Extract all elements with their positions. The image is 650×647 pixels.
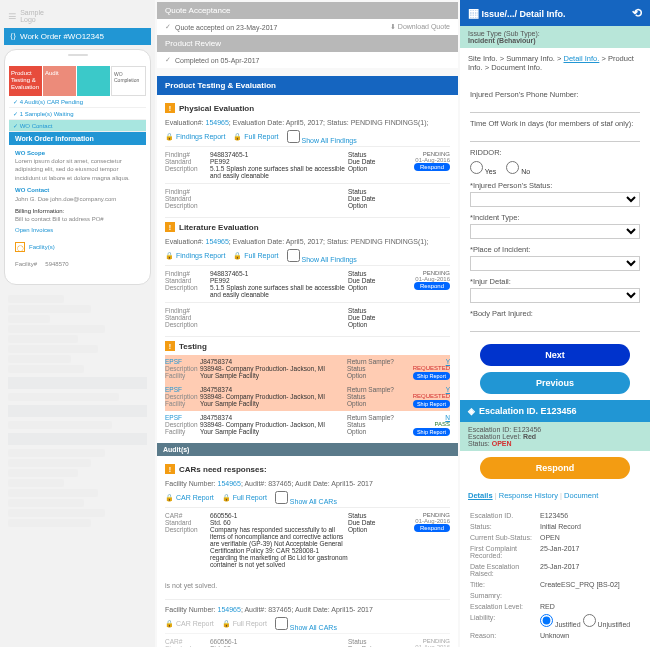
facility-row[interactable]: ◯ Facility(s) xyxy=(9,238,146,256)
injur-label: *Injur Detail: xyxy=(470,277,640,286)
inctype-label: *Incident Type: xyxy=(470,213,640,222)
riddor-no[interactable]: No xyxy=(506,161,530,175)
check-icon: ✓ xyxy=(165,56,171,64)
status-audit[interactable]: ✓ 4 Audit(s) CAR Pending xyxy=(9,96,146,108)
body-label: *Body Part Injured: xyxy=(470,309,640,318)
place-select[interactable] xyxy=(470,256,640,271)
not-solved-text: is not yet solved. xyxy=(165,572,450,599)
pte-header: Product Testing & Evaluation xyxy=(157,76,458,95)
status-sample[interactable]: ✓ 1 Sample(s) Waiting xyxy=(9,108,146,120)
respond-button[interactable]: Respond xyxy=(480,457,630,479)
audit-header: Audit(s) xyxy=(157,443,458,456)
warn-icon: ! xyxy=(165,464,175,474)
show-all-cars[interactable]: Show All CARs xyxy=(275,617,337,631)
billing-text: Bill to contact Bill to address PO# xyxy=(15,215,140,223)
warn-icon: ! xyxy=(165,222,175,232)
wo-contact-label: WO Contact xyxy=(15,186,140,194)
tab-completion[interactable]: WO Completion xyxy=(111,66,146,96)
ipstatus-label: *Injured Person's Status: xyxy=(470,181,640,190)
full-report-link[interactable]: 🔒 Full Report xyxy=(233,133,278,141)
back-icon[interactable]: ⟨⟩ xyxy=(10,32,16,41)
tab-testing[interactable]: Product Testing & Evaluation xyxy=(9,66,42,96)
findings-report-link[interactable]: 🔒 Findings Report xyxy=(165,133,225,141)
detail-tabs[interactable]: Details | Response History | Document xyxy=(460,485,650,506)
previous-button[interactable]: Previous xyxy=(480,372,630,394)
ghost-content xyxy=(4,289,151,533)
car-report-link[interactable]: 🔒 CAR Report xyxy=(165,494,214,502)
check-icon: ✓ xyxy=(165,23,171,31)
wo-scope-label: WO Scope xyxy=(15,149,140,157)
warn-icon: ! xyxy=(165,341,175,351)
phone-mock: Product Testing & Evaluation Audit WO Co… xyxy=(4,49,151,285)
wo-contact-text: John G. Doe john.doe@company.com xyxy=(15,195,140,203)
open-invoices-link[interactable]: Open Invoices xyxy=(15,226,140,234)
logo-text: SampleLogo xyxy=(20,9,44,23)
issue-header: ▦ Issue/.../ Detail Info. ⟲ xyxy=(460,0,650,26)
back-icon[interactable]: ⟲ xyxy=(632,6,642,20)
injur-select[interactable] xyxy=(470,288,640,303)
show-all-cars[interactable]: Show All CARs xyxy=(275,491,337,505)
menu-icon[interactable]: ≡ xyxy=(8,8,16,24)
inctype-select[interactable] xyxy=(470,224,640,239)
tab-audit[interactable]: Audit xyxy=(43,66,76,96)
ipstatus-select[interactable] xyxy=(470,192,640,207)
findings-report-link[interactable]: 🔒 Findings Report xyxy=(165,252,225,260)
status-contact[interactable]: ✓ WO Contact xyxy=(9,120,146,132)
wo-scope-text: Lorem ipsum dolor sit amet, consectetur … xyxy=(15,157,140,182)
doc-icon: ▦ xyxy=(468,6,479,20)
diamond-icon: ◈ xyxy=(468,406,475,416)
full-report-link[interactable]: 🔒 Full Report xyxy=(233,252,278,260)
car-report-disabled: 🔒 CAR Report xyxy=(165,620,214,628)
next-button[interactable]: Next xyxy=(480,344,630,366)
respond-button[interactable]: Respond xyxy=(414,282,450,290)
tab-blank[interactable] xyxy=(77,66,110,96)
phone-label: Injured Person's Phone Number: xyxy=(470,90,640,99)
product-review-header: Product Review xyxy=(157,35,458,52)
place-label: *Place of Incident: xyxy=(470,245,640,254)
breadcrumb: Site Info. > Summary Info. > Detail Info… xyxy=(460,48,650,78)
full-report-link[interactable]: 🔒 Full Report xyxy=(222,494,267,502)
timeoff-label: Time Off Work in days (for members of st… xyxy=(470,119,640,128)
download-quote[interactable]: ⬇ Download Quote xyxy=(390,23,450,31)
warn-icon: ! xyxy=(165,103,175,113)
respond-button[interactable]: Respond xyxy=(414,163,450,171)
billing-label: Billing Information: xyxy=(15,207,140,215)
facility-icon: ◯ xyxy=(15,242,25,252)
phone-input[interactable] xyxy=(470,101,640,113)
full-report-disabled: 🔒 Full Report xyxy=(222,620,267,628)
body-input[interactable] xyxy=(470,320,640,332)
escalation-header: ◈Escalation ID. E123456 xyxy=(460,400,650,422)
logo: ≡ SampleLogo xyxy=(4,4,151,28)
show-all-findings[interactable]: Show All Findings xyxy=(287,130,357,144)
wo-header: ⟨⟩ Work Order #WO12345 xyxy=(4,28,151,45)
respond-button[interactable]: Respond xyxy=(414,524,450,532)
woi-header: Work Order Information xyxy=(9,132,146,145)
timeoff-input[interactable] xyxy=(470,130,640,142)
show-all-findings[interactable]: Show All Findings xyxy=(287,249,357,263)
quote-acceptance-header: Quote Acceptance xyxy=(157,2,458,19)
riddor-yes[interactable]: Yes xyxy=(470,161,496,175)
riddor-label: RIDDOR: xyxy=(470,148,640,157)
